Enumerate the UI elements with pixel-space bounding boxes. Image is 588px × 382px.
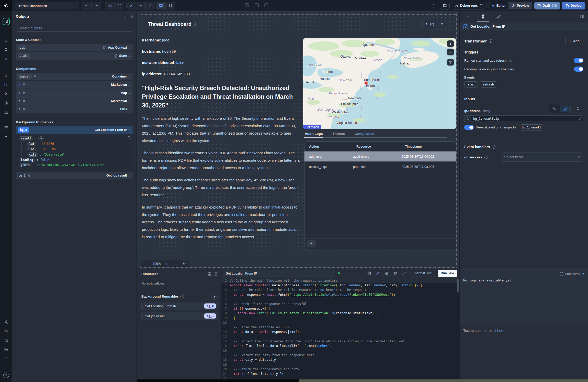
- code-scrollbar[interactable]: [457, 279, 459, 292]
- code-line[interactable]: 22}: [221, 376, 459, 380]
- deploy-button[interactable]: Deploy: [562, 2, 585, 9]
- output-row-state[interactable]: state State⌄: [16, 52, 133, 60]
- doc-panel-icon[interactable]: [129, 15, 133, 18]
- code-line[interactable]: 17 // Extract the city from the response…: [221, 353, 459, 357]
- rail-search[interactable]: [3, 46, 10, 53]
- app-title-input[interactable]: Threat Dashboard: [15, 2, 79, 9]
- toggle-right-panel-icon[interactable]: [264, 3, 268, 7]
- bg-runnable-item[interactable]: Get Location From IPbg_0: [141, 302, 218, 310]
- rail-help[interactable]: ?: [3, 373, 9, 378]
- json-line-result[interactable]: result : -: [19, 136, 130, 141]
- json-line-lat[interactable]: lat : 42.3876: [27, 141, 130, 147]
- redo-button[interactable]: ↷: [92, 2, 101, 9]
- code-line[interactable]: 12 const data = await response.json();: [221, 330, 459, 334]
- search-icon[interactable]: [128, 136, 131, 139]
- cache-icon[interactable]: [366, 271, 372, 275]
- code-line[interactable]: 9 }: [221, 316, 459, 320]
- rail-home[interactable]: ⌂: [3, 72, 10, 79]
- run-button[interactable]: Run⌘↵: [438, 270, 457, 277]
- doc-panel-icon[interactable]: [214, 272, 218, 276]
- ai-assistant-icon[interactable]: [375, 271, 381, 275]
- code-line[interactable]: 10: [221, 320, 459, 325]
- expand-editor-icon[interactable]: [401, 272, 407, 275]
- add-transformer-button[interactable]: + Add: [565, 37, 583, 45]
- check-icon[interactable]: ✓: [582, 272, 585, 276]
- add-bg-runnable-button[interactable]: +: [211, 293, 218, 300]
- code-line[interactable]: 14 // Extract the coordinates from the '…: [221, 339, 459, 344]
- code-line[interactable]: 16: [221, 348, 459, 353]
- draft-button[interactable]: Draft ⌘S: [534, 2, 560, 9]
- component-row-a[interactable]: aMap⌄: [16, 89, 133, 97]
- reeval-toggle[interactable]: [464, 125, 474, 130]
- topbar-container-outline[interactable]: Threat Dashboard i: [141, 14, 456, 34]
- code-line[interactable]: 7 if (!response.ok) {: [221, 306, 459, 311]
- zoom-out-button[interactable]: −: [143, 262, 151, 266]
- styling-tab[interactable]: [496, 11, 501, 22]
- code-line[interactable]: 4 const response = await fetch(`https://…: [221, 292, 459, 297]
- json-line-jobid[interactable]: jobId : "0199390f-2843-ceac-dc03-cf8b242…: [19, 163, 130, 168]
- code-line[interactable]: 5: [221, 297, 459, 302]
- code-line[interactable]: 21 return { lon, lat, city };: [221, 372, 459, 376]
- debug-runs-button[interactable]: Debug runs (4): [452, 2, 487, 9]
- eval-mode-button[interactable]: f: [560, 105, 570, 112]
- rail-workers[interactable]: [3, 337, 10, 344]
- kebab-menu-icon[interactable]: ⋮: [430, 3, 438, 8]
- code-line[interactable]: 20 // Return the coordinates and city: [221, 367, 459, 372]
- code-area[interactable]: 1// Define the main function with the re…: [221, 278, 459, 380]
- rail-audit-logs[interactable]: [3, 108, 10, 116]
- undo-button[interactable]: ↶: [82, 2, 92, 9]
- collapse-panel-icon[interactable]: [123, 15, 126, 18]
- map[interactable]: QuébecOttawaMontréalNew BrunswickNova Sc…: [303, 38, 456, 129]
- rail-runs[interactable]: ▷: [3, 81, 10, 88]
- toggle-bottom-panel-icon[interactable]: [255, 3, 259, 7]
- search-outputs-input[interactable]: [16, 24, 133, 32]
- recompute-toggle[interactable]: [574, 67, 583, 72]
- insert-component-tab[interactable]: +: [467, 11, 470, 22]
- event-chip-refresh[interactable]: refresh: [480, 81, 497, 88]
- rail-account[interactable]: [3, 318, 10, 325]
- rail-settings[interactable]: ⚙: [3, 328, 10, 335]
- expand-expr-icon[interactable]: [579, 117, 582, 120]
- component-settings-tab[interactable]: [477, 11, 489, 22]
- preview-tab[interactable]: Preview: [508, 2, 532, 9]
- rail-resources[interactable]: [3, 99, 10, 106]
- set-region-button[interactable]: Set region: [303, 125, 321, 129]
- component-row-b[interactable]: bMarkdown⌄: [16, 97, 133, 105]
- mobile-view-button[interactable]: [166, 2, 175, 9]
- code-line[interactable]: 6 // Check if the response is successful: [221, 302, 459, 306]
- dark-mode-button[interactable]: ☾: [145, 2, 155, 9]
- col-timestamp[interactable]: Timestamp: [402, 145, 456, 149]
- rail-variables[interactable]: $: [3, 90, 10, 97]
- tab-audit-logs[interactable]: Audit Logs: [304, 131, 323, 137]
- code-line[interactable]: 1// Define the main function with the re…: [221, 278, 459, 283]
- rail-apps-list[interactable]: [3, 355, 10, 362]
- code-line[interactable]: 2export async function main(ipAddress: s…: [221, 283, 459, 288]
- bg1-row[interactable]: bg_1 Get job result⌄: [16, 172, 133, 179]
- windmill-logo[interactable]: [0, 0, 12, 11]
- delete-script-icon[interactable]: [392, 271, 398, 275]
- code-line[interactable]: 18 const city = data.city;: [221, 357, 459, 362]
- tab-compliance[interactable]: Compliance: [354, 131, 375, 137]
- fit-view-button[interactable]: [172, 262, 179, 266]
- ipaddress-expr-input[interactable]: 1 bg_1.result.ip: [464, 115, 583, 122]
- rail-add[interactable]: +: [3, 133, 10, 140]
- col-action[interactable]: Action: [304, 145, 353, 148]
- rail-schedules[interactable]: [3, 124, 10, 131]
- code-line[interactable]: 11 // Parse the response as JSON: [221, 325, 459, 330]
- pan-hand-button[interactable]: [180, 262, 188, 266]
- editor-tab[interactable]: ✎ Editor: [489, 2, 508, 9]
- bg0-row[interactable]: bg_0 Get Location From IP⌃: [16, 126, 133, 134]
- output-row-ctx[interactable]: ctx App Context⌄: [16, 44, 133, 51]
- desktop-view-button[interactable]: [156, 2, 166, 9]
- reeval-chip[interactable]: bg_1.result: [519, 124, 544, 130]
- on-success-select[interactable]: Select items ✕: [501, 152, 583, 162]
- recompute-button[interactable]: ⟲: [437, 20, 446, 28]
- tab-threats[interactable]: Threats: [332, 131, 346, 137]
- expand-logs-icon[interactable]: [560, 272, 563, 276]
- rail-favorites[interactable]: ☆: [3, 37, 10, 44]
- toggle-left-panel-icon[interactable]: [245, 3, 249, 7]
- code-line[interactable]: 13: [221, 334, 459, 339]
- code-line[interactable]: 19: [221, 362, 459, 367]
- app-canvas[interactable]: Threat Dashboard i ↻(2) ⟲ username: jdoe…: [137, 11, 459, 268]
- bottom-scrollbar[interactable]: [137, 379, 588, 382]
